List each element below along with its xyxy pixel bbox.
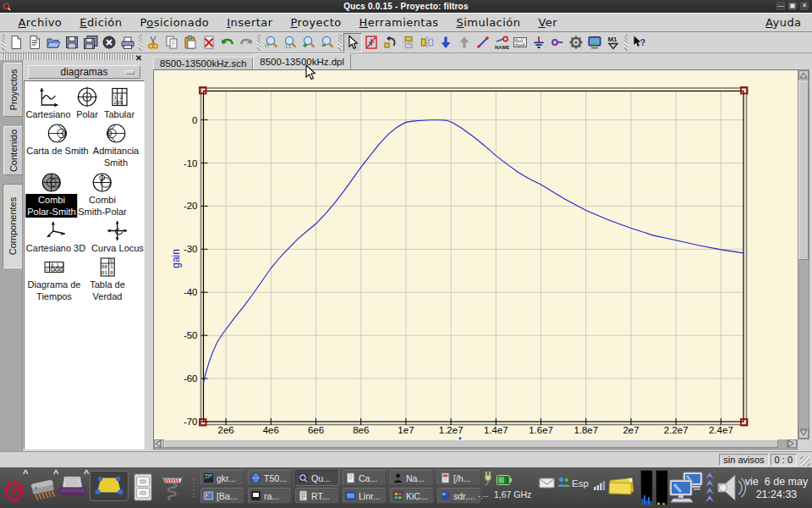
scroll-right-button[interactable] xyxy=(787,439,797,448)
keyboard-layout-indicator[interactable]: Esp xyxy=(572,478,589,489)
pop-out-button[interactable] xyxy=(455,33,474,52)
system-monitor-graph2[interactable] xyxy=(656,470,668,505)
menu-item-help[interactable]: Ayuda xyxy=(757,14,810,31)
insert-equation-button[interactable]: f(ω)=u+4 xyxy=(511,33,529,52)
menu-item-ver[interactable]: Ver xyxy=(529,14,567,31)
workspace-computers-icon[interactable] xyxy=(668,470,704,505)
delete-button[interactable] xyxy=(200,33,218,52)
gallery-item-tabular[interactable]: 1 2235Tabular xyxy=(104,86,134,120)
set-marker-button[interactable]: M1 xyxy=(604,33,623,52)
mirror-y-axis-button[interactable] xyxy=(418,33,436,52)
close-document-button[interactable] xyxy=(100,33,118,52)
undo-button[interactable] xyxy=(218,33,237,52)
insert-wire-button[interactable] xyxy=(474,33,492,52)
cut-button[interactable] xyxy=(144,33,162,52)
signal-bars-icon[interactable] xyxy=(593,479,606,491)
launcher-spring[interactable] xyxy=(160,472,185,503)
scroll-left-button[interactable] xyxy=(154,439,164,448)
task-button-h[interactable]: [/h... xyxy=(437,470,481,486)
paste-button[interactable] xyxy=(181,33,200,52)
new-text-document-button[interactable] xyxy=(25,33,44,52)
menu-item-herramientas[interactable]: Herramientas xyxy=(350,14,447,31)
view-data-display-button[interactable] xyxy=(585,33,604,52)
close-button[interactable]: ✕ xyxy=(800,2,809,10)
title-bar[interactable]: Qucs 0.0.15 - Proyecto: filtros —▣✕ xyxy=(0,0,812,13)
dock-close-button[interactable]: ✕ xyxy=(134,53,144,63)
side-tab-componentes[interactable]: Componentes xyxy=(3,184,22,268)
task-button-ra[interactable]: ra... xyxy=(248,488,292,504)
task-button-qu[interactable]: Qu... xyxy=(295,470,339,486)
task-button-ca[interactable]: Ca... xyxy=(343,470,387,486)
task-button-t[interactable]: T50... xyxy=(248,470,292,486)
save-document-button[interactable] xyxy=(63,33,81,52)
gallery-item-diagrama-de-tiempos[interactable]: 0 1 2cDiagrama deTiempos xyxy=(28,256,81,302)
zoom-in-button[interactable] xyxy=(299,33,318,52)
task-button-na[interactable]: Na... xyxy=(390,470,434,486)
activate-deactivate-button[interactable] xyxy=(362,33,381,52)
gallery-item-cartesiano-3d[interactable]: Cartesiano 3D xyxy=(26,219,85,254)
gallery-item-curva-locus[interactable]: Curva Locus xyxy=(91,219,144,254)
menu-item-simulación[interactable]: Simulación xyxy=(447,14,529,31)
task-button-kic[interactable]: KiC... xyxy=(390,488,434,504)
select-pointer-button[interactable] xyxy=(343,33,362,52)
component-group-combobox[interactable]: diagramas xyxy=(28,65,140,79)
mirror-x-axis-button[interactable] xyxy=(399,33,418,52)
resize-grip[interactable] xyxy=(800,456,810,467)
gallery-item-combi-smith-polar[interactable]: CombiSmith-Polar xyxy=(78,171,126,218)
vertical-scrollbar[interactable] xyxy=(798,69,809,439)
document-tab-active[interactable]: 8500-13500kHz.dpl xyxy=(253,53,351,69)
maximize-button[interactable]: ▣ xyxy=(788,2,797,10)
simulate-button[interactable] xyxy=(567,33,585,52)
gallery-item-polar[interactable]: Polar xyxy=(76,86,99,120)
launcher-button-pad[interactable] xyxy=(90,471,129,501)
new-document-button[interactable] xyxy=(7,33,25,52)
zoom-area-button[interactable] xyxy=(262,33,281,52)
mail-icon[interactable] xyxy=(539,478,555,489)
menu-item-archivo[interactable]: Archivo xyxy=(9,14,71,31)
go-into-subcircuit-button[interactable] xyxy=(436,33,455,52)
minimize-button[interactable]: — xyxy=(776,2,785,10)
insert-port-button[interactable] xyxy=(548,33,567,52)
gallery-item-combi-polar-smith[interactable]: CombiPolar-Smith xyxy=(25,171,77,218)
battery-icon[interactable] xyxy=(496,473,513,487)
insert-ground-button[interactable] xyxy=(529,33,548,52)
users-icon[interactable] xyxy=(557,476,571,488)
print-document-button[interactable] xyxy=(118,33,137,52)
side-tab-contenido[interactable]: Contenido xyxy=(3,126,22,175)
menu-item-proyecto[interactable]: Proyecto xyxy=(282,14,350,31)
plot-viewport[interactable]: 2e64e66e68e61e71.2e71.4e71.6e71.8e72e72.… xyxy=(153,69,798,439)
gallery-item-carta-de-smith[interactable]: Carta de Smith xyxy=(26,122,88,157)
system-monitor-graph[interactable] xyxy=(640,470,653,505)
launcher-printer[interactable] xyxy=(58,475,88,500)
volume-speaker-icon[interactable] xyxy=(715,471,747,505)
horizontal-scrollbar[interactable] xyxy=(153,439,798,450)
scroll-up-button[interactable] xyxy=(798,70,809,80)
gallery-item-admitancia-smith[interactable]: AdmitanciaSmith xyxy=(93,122,139,168)
copy-button[interactable] xyxy=(162,33,181,52)
menu-item-edición[interactable]: Edición xyxy=(71,14,131,31)
menu-item-posicionado[interactable]: Posicionado xyxy=(131,14,218,31)
side-tab-proyectos[interactable]: Proyectos xyxy=(3,63,22,117)
save-all-documents-button[interactable] xyxy=(81,33,100,52)
selection-handles[interactable] xyxy=(200,87,748,426)
task-button-gkr[interactable]: gkr... xyxy=(200,470,244,486)
launcher-chip[interactable] xyxy=(27,477,59,502)
task-button-ba[interactable]: [Ba... xyxy=(200,488,244,504)
zoom-out-button[interactable] xyxy=(318,33,337,52)
taskbar-clock[interactable]: vie 6 de may 21:24:33 xyxy=(744,476,809,501)
vertical-scroll-thumb[interactable] xyxy=(798,80,809,260)
open-document-button[interactable] xyxy=(44,33,63,52)
toolbar-drag-handle[interactable] xyxy=(2,35,5,51)
zoom-one-to-one-button[interactable]: 1:1 xyxy=(281,33,299,52)
scroll-down-button[interactable] xyxy=(798,428,809,439)
gallery-item-tabla-de-verdad[interactable]: Q000110Tabla deVerdad xyxy=(90,256,125,302)
notes-icon[interactable] xyxy=(608,474,635,498)
document-tab-inactive[interactable]: 8500-13500kHz.sch xyxy=(153,57,253,69)
wire-label-button[interactable]: NAME xyxy=(492,33,511,52)
rotate-component-button[interactable] xyxy=(381,33,399,52)
menu-item-insertar[interactable]: Insertar xyxy=(218,14,282,31)
gallery-item-cartesiano[interactable]: Cartesiano xyxy=(25,86,70,120)
redo-button[interactable] xyxy=(237,33,255,52)
horizontal-scroll-thumb[interactable] xyxy=(164,439,778,448)
task-button-sdr[interactable]: sdr.... xyxy=(437,488,481,504)
